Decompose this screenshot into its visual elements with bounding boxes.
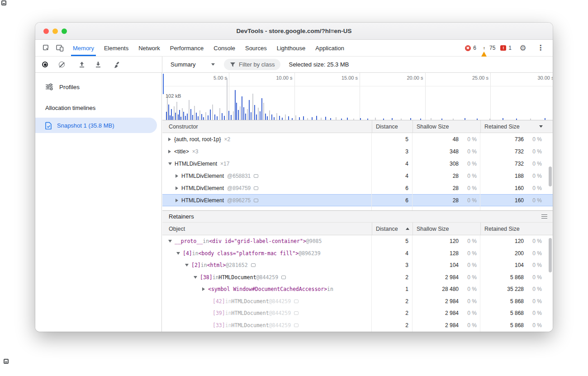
- retainer-row[interactable]: [39] in HTMLDocument @84425922 9840 %5 8…: [162, 307, 553, 319]
- constructor-row[interactable]: HTMLDivElement@8962756280 %1600 %: [162, 194, 553, 206]
- reveal-icon[interactable]: [294, 300, 299, 303]
- expand-arrow-icon[interactable]: [194, 276, 197, 279]
- distance-cell: 3: [372, 148, 413, 155]
- text-part: [39]: [213, 310, 225, 316]
- retained-size-cell: 1200 %: [480, 238, 553, 244]
- expand-arrow-icon[interactable]: [202, 287, 205, 291]
- constructor-row[interactable]: HTMLDivElement×1743080 %7320 %: [162, 157, 553, 170]
- reveal-icon[interactable]: [294, 324, 299, 327]
- text-part: in: [201, 262, 207, 268]
- retainer-row[interactable]: __proto__ in <div id="grid-label-contain…: [162, 235, 553, 247]
- constructor-row[interactable]: HTMLDivElement@6588314280 %1880 %: [162, 170, 553, 182]
- allocation-bar: [247, 109, 248, 120]
- sidebar-item-snapshot[interactable]: Snapshot 1 (35.8 MB): [35, 118, 157, 133]
- profiles-header: Profiles: [35, 73, 161, 90]
- reveal-icon[interactable]: [254, 186, 258, 190]
- column-header-object[interactable]: Object: [162, 223, 372, 235]
- column-header-constructor[interactable]: Constructor: [162, 120, 372, 133]
- expand-arrow-icon[interactable]: [175, 174, 178, 178]
- retainer-object-cell: [2] in <html> @281652: [162, 259, 372, 271]
- tab-lighthouse[interactable]: Lighthouse: [272, 40, 311, 56]
- minimize-button[interactable]: [52, 29, 58, 34]
- size-value: 5 868: [480, 310, 524, 316]
- reveal-icon[interactable]: [294, 311, 299, 315]
- tune-icon: [45, 83, 53, 90]
- retainer-row[interactable]: [4] in <body class="platform-mac fill"> …: [162, 247, 553, 260]
- tab-elements[interactable]: Elements: [99, 40, 133, 56]
- allocation-bar: [410, 118, 411, 120]
- column-header-distance[interactable]: Distance: [372, 223, 413, 235]
- column-header-shallow-size[interactable]: Shallow Size: [413, 223, 480, 235]
- perspective-select[interactable]: Summary: [169, 59, 217, 70]
- allocation-timeline-overview[interactable]: 5.00 s10.00 s15.00 s20.00 s25.00 s30.00 …: [162, 73, 553, 120]
- constructor-row[interactable]: HTMLDivElement: [162, 206, 553, 210]
- column-header-shallow-size[interactable]: Shallow Size: [413, 120, 480, 133]
- retainer-object-cell: __proto__ in <div id="grid-label-contain…: [162, 235, 372, 247]
- record-heap-button[interactable]: [42, 62, 48, 67]
- warning-count-badge[interactable]: 75: [481, 45, 495, 51]
- retainer-row[interactable]: [42] in HTMLDocument @84425922 9840 %5 8…: [162, 295, 553, 308]
- column-header-retained-size[interactable]: Retained Size: [480, 120, 553, 133]
- reveal-icon[interactable]: [281, 276, 286, 279]
- allocation-bar: [203, 117, 204, 120]
- tab-memory[interactable]: Memory: [68, 40, 99, 56]
- column-header-label: Constructor: [169, 124, 198, 130]
- settings-gear-icon[interactable]: [517, 42, 529, 54]
- retainer-row[interactable]: [2] in <html> @28165231040 %1040 %: [162, 259, 553, 271]
- vertical-scrollbar-thumb[interactable]: [549, 167, 552, 186]
- allocation-bar: [279, 116, 280, 120]
- selection-grip[interactable]: [163, 74, 164, 94]
- clear-profiles-button[interactable]: [59, 62, 65, 67]
- tab-performance[interactable]: Performance: [165, 40, 209, 56]
- class-filter[interactable]: Filter by class: [224, 59, 280, 70]
- inspect-element-button[interactable]: [40, 42, 52, 54]
- expand-arrow-icon[interactable]: [175, 186, 178, 190]
- column-header-distance[interactable]: Distance: [372, 120, 413, 133]
- column-header-label: Retained Size: [484, 226, 520, 232]
- reveal-icon[interactable]: [254, 199, 258, 202]
- constructor-row[interactable]: HTMLDivElement@8947596280 %1600 %: [162, 182, 553, 194]
- shallow-size-cell: 2 9840 %: [413, 298, 480, 305]
- tab-sources[interactable]: Sources: [240, 40, 272, 56]
- retainer-row[interactable]: <symbol Window#DocumentCachedAccessor> i…: [162, 283, 553, 295]
- allocation-bar: [208, 115, 209, 120]
- column-header-retained-size[interactable]: Retained Size: [480, 223, 553, 235]
- expand-arrow-icon[interactable]: [168, 240, 172, 243]
- expand-arrow-icon[interactable]: [176, 252, 180, 255]
- zoom-button[interactable]: [62, 29, 67, 34]
- tab-console[interactable]: Console: [209, 40, 240, 56]
- expand-arrow-icon[interactable]: [168, 138, 171, 141]
- size-value: 128: [413, 250, 459, 257]
- vertical-scrollbar-thumb[interactable]: [549, 238, 552, 272]
- retainers-menu-icon[interactable]: [541, 214, 547, 219]
- allocation-bar: [175, 113, 176, 120]
- load-profile-button[interactable]: [78, 61, 85, 68]
- issues-badge[interactable]: 1: [500, 45, 512, 51]
- close-button[interactable]: [43, 29, 49, 34]
- retainer-object-cell: [42] in HTMLDocument @844259: [162, 295, 372, 308]
- selected-size-label: Selected size: 25.3 MB: [289, 61, 349, 68]
- allocation-bar: [171, 109, 172, 120]
- constructor-row[interactable]: {auth, root, root-1p}×25480 %7360 %: [162, 133, 553, 145]
- expand-arrow-icon[interactable]: [168, 162, 172, 165]
- more-options-icon[interactable]: [534, 42, 547, 54]
- collect-garbage-button[interactable]: [114, 61, 121, 68]
- error-count-badge[interactable]: 6: [465, 45, 476, 51]
- device-toolbar-button[interactable]: [53, 42, 66, 54]
- reveal-icon[interactable]: [254, 174, 258, 178]
- retained-size-cell: 2000 %: [480, 250, 553, 257]
- size-value: 732: [480, 161, 524, 167]
- allocation-bar: [256, 114, 257, 120]
- tab-application[interactable]: Application: [310, 40, 349, 56]
- retainer-row[interactable]: [38] in HTMLDocument @84425922 9840 %5 8…: [162, 271, 553, 284]
- retainer-row[interactable]: [33] in HTMLDocument @84425922 9840 %5 8…: [162, 319, 553, 332]
- reveal-icon[interactable]: [251, 263, 256, 267]
- allocation-bar: [267, 116, 268, 120]
- save-profile-button[interactable]: [95, 61, 102, 68]
- allocation-bar: [288, 116, 289, 120]
- expand-arrow-icon[interactable]: [185, 264, 189, 267]
- expand-arrow-icon[interactable]: [175, 199, 178, 202]
- constructor-row[interactable]: <title>×333480 %7320 %: [162, 145, 553, 157]
- expand-arrow-icon[interactable]: [168, 150, 171, 153]
- tab-network[interactable]: Network: [133, 40, 165, 56]
